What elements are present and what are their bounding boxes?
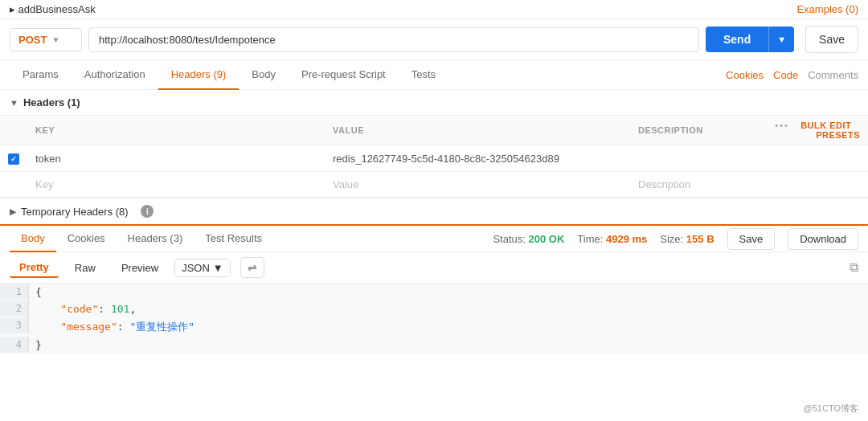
bottom-tab-row: Body Cookies Headers (3) Test Results St…	[0, 226, 868, 252]
bottom-tab-testresults[interactable]: Test Results	[194, 226, 273, 252]
temp-toggle-icon[interactable]: ▶	[10, 206, 16, 217]
tab-body[interactable]: Body	[239, 60, 289, 90]
placeholder-desc-input[interactable]	[638, 178, 715, 190]
save-button[interactable]: Save	[805, 26, 858, 53]
code-link[interactable]: Code	[773, 69, 798, 81]
status-label: Status: 200 OK	[493, 233, 564, 245]
send-dropdown-button[interactable]: ▼	[768, 27, 794, 52]
temp-headers-title: Temporary Headers (8)	[21, 206, 129, 218]
placeholder-checkbox-cell	[0, 172, 27, 198]
format-json-chevron-icon: ▼	[213, 262, 223, 274]
table-row-placeholder	[0, 172, 868, 198]
bottom-section: Body Cookies Headers (3) Test Results St…	[0, 224, 868, 354]
format-toolbar: Pretty Raw Preview JSON ▼ ⇌ ⧉	[0, 252, 868, 284]
method-text: POST	[18, 34, 47, 46]
key-input[interactable]	[35, 153, 317, 165]
format-raw-button[interactable]: Raw	[65, 259, 105, 277]
code-line-1: 1 {	[0, 284, 868, 300]
bottom-tab-body[interactable]: Body	[10, 226, 56, 252]
row-value-cell	[325, 145, 630, 172]
dots-icon[interactable]: •••	[775, 121, 789, 130]
placeholder-actions-cell	[723, 172, 868, 198]
line-content-3: "message": "重复性操作"	[29, 317, 201, 337]
code-line-2: 2 "code": 101,	[0, 300, 868, 317]
headers-section-header: ▼ Headers (1)	[0, 90, 868, 115]
tab-headers[interactable]: Headers (9)	[158, 60, 240, 90]
th-actions: ••• Bulk Edit Presets	[723, 116, 868, 145]
placeholder-key-cell	[27, 172, 325, 198]
size-label: Size: 155 B	[660, 233, 714, 245]
line-content-2: "code": 101,	[29, 300, 142, 317]
cookies-link[interactable]: Cookies	[726, 69, 764, 81]
download-button[interactable]: Download	[788, 228, 858, 250]
examples-link[interactable]: Examples (0)	[796, 3, 858, 15]
line-num-2: 2	[0, 300, 29, 317]
status-info: Status: 200 OK Time: 4929 ms Size: 155 B…	[493, 228, 858, 250]
th-value: VALUE	[325, 116, 630, 145]
placeholder-value-input[interactable]	[333, 178, 622, 190]
line-content-4: }	[29, 337, 48, 354]
value-input[interactable]	[333, 153, 622, 165]
row-key-cell	[27, 145, 325, 172]
headers-section-title: Headers (1)	[23, 96, 80, 108]
code-line-3: 3 "message": "重复性操作"	[0, 317, 868, 337]
send-btn-group: Send ▼	[706, 27, 794, 52]
table-row	[0, 145, 868, 172]
info-icon: i	[141, 205, 154, 218]
breadcrumb-title: ▸ addBusinessAsk	[10, 3, 96, 15]
desc-input[interactable]	[638, 153, 715, 165]
top-tab-right: Cookies Code Comments	[726, 69, 858, 81]
format-json-label: JSON	[182, 262, 210, 274]
wrap-button[interactable]: ⇌	[240, 257, 264, 278]
send-button[interactable]: Send	[706, 27, 768, 52]
placeholder-value-cell	[325, 172, 630, 198]
url-bar: POST ▼ Send ▼ Save	[0, 19, 868, 60]
presets-link[interactable]: Presets	[816, 130, 860, 140]
code-area: 1 { 2 "code": 101, 3 "message": "重复性操作" …	[0, 284, 868, 354]
headers-toggle-icon[interactable]: ▼	[10, 98, 18, 108]
line-content-1: {	[29, 284, 48, 300]
line-num-3: 3	[0, 317, 29, 333]
row-desc-cell	[630, 145, 723, 172]
response-save-button[interactable]: Save	[727, 228, 776, 250]
bottom-tab-cookies[interactable]: Cookies	[56, 226, 117, 252]
format-json-select[interactable]: JSON ▼	[174, 259, 231, 277]
method-chevron-icon: ▼	[51, 35, 59, 44]
row-checkbox-cell[interactable]	[0, 145, 27, 172]
row-actions-cell	[723, 145, 868, 172]
th-description: DESCRIPTION	[630, 116, 723, 145]
checkbox-checked[interactable]	[8, 153, 19, 165]
time-value: 4929 ms	[606, 233, 647, 245]
code-line-4: 4 }	[0, 337, 868, 354]
url-input[interactable]	[88, 27, 699, 52]
placeholder-key-input[interactable]	[35, 178, 317, 190]
comments-link[interactable]: Comments	[808, 69, 858, 81]
size-value: 155 B	[686, 233, 714, 245]
headers-table: KEY VALUE DESCRIPTION ••• Bulk Edit Pres…	[0, 115, 868, 198]
time-label: Time: 4929 ms	[577, 233, 647, 245]
format-pretty-button[interactable]: Pretty	[10, 258, 59, 278]
th-checkbox	[0, 116, 27, 145]
top-tab-row: Params Authorization Headers (9) Body Pr…	[0, 60, 868, 90]
temp-headers-row: ▶ Temporary Headers (8) i	[0, 198, 868, 224]
status-value: 200 OK	[529, 233, 565, 245]
tab-prerequest[interactable]: Pre-request Script	[289, 60, 399, 90]
tab-tests[interactable]: Tests	[399, 60, 448, 90]
bottom-tab-headers[interactable]: Headers (3)	[117, 226, 194, 252]
tab-params[interactable]: Params	[10, 60, 72, 90]
watermark: @51CTO博客	[804, 403, 858, 415]
format-preview-button[interactable]: Preview	[112, 259, 168, 277]
tab-authorization[interactable]: Authorization	[72, 60, 158, 90]
line-num-1: 1	[0, 284, 29, 300]
breadcrumb-bar: ▸ addBusinessAsk Examples (0)	[0, 0, 868, 19]
line-num-4: 4	[0, 337, 29, 353]
placeholder-desc-cell	[630, 172, 723, 198]
copy-icon-button[interactable]: ⧉	[850, 260, 858, 275]
th-key: KEY	[27, 116, 325, 145]
method-select[interactable]: POST ▼	[10, 28, 82, 51]
bulk-edit-link[interactable]: Bulk Edit	[800, 121, 851, 130]
